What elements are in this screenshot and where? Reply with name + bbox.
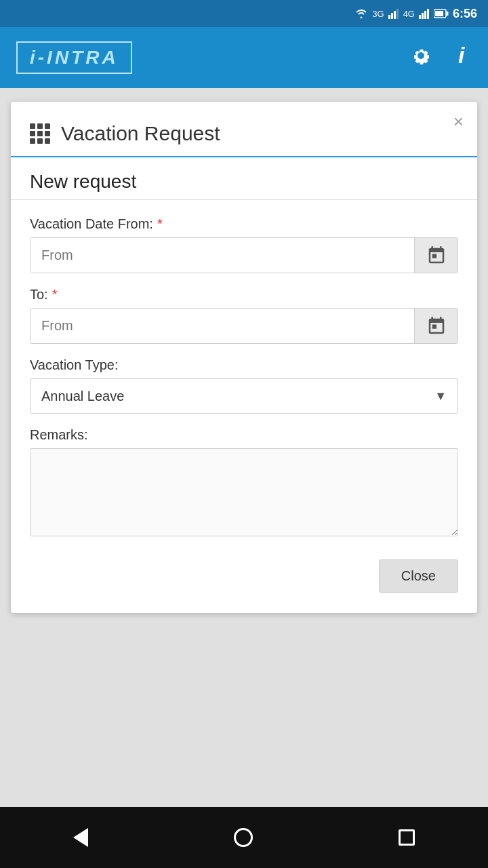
remarks-label: Remarks: <box>30 427 458 443</box>
date-to-input[interactable] <box>30 309 414 343</box>
svg-rect-0 <box>388 15 390 19</box>
svg-rect-2 <box>394 11 396 19</box>
vacation-type-group: Vacation Type: Annual Leave Sick Leave E… <box>30 357 458 414</box>
back-button[interactable] <box>73 828 88 847</box>
svg-rect-5 <box>422 13 424 19</box>
svg-rect-7 <box>427 9 429 19</box>
main-content: × Vacation Request New request Vacation … <box>0 88 488 807</box>
signal2-icon <box>419 8 430 19</box>
battery-icon <box>434 9 449 18</box>
remarks-textarea[interactable] <box>30 448 458 536</box>
info-icon[interactable]: i <box>451 44 472 72</box>
home-button[interactable] <box>234 828 253 847</box>
date-from-input-row <box>30 237 458 273</box>
recents-button[interactable] <box>399 829 415 846</box>
network1-label: 3G <box>372 9 384 19</box>
required-star-to: * <box>52 287 58 302</box>
app-bar: i-INTRA i <box>0 27 488 88</box>
network2-label: 4G <box>403 9 415 19</box>
settings-icon[interactable] <box>409 44 432 72</box>
date-from-calendar-button[interactable] <box>414 238 458 273</box>
date-from-input[interactable] <box>30 238 414 273</box>
date-to-label: To: * <box>30 287 458 302</box>
vacation-type-label: Vacation Type: <box>30 357 458 373</box>
wifi-icon <box>354 8 368 19</box>
svg-rect-4 <box>419 15 421 19</box>
date-to-group: To: * <box>30 287 458 344</box>
svg-rect-10 <box>435 11 443 16</box>
date-to-input-row <box>30 308 458 344</box>
card-header: Vacation Request <box>11 102 477 157</box>
remarks-group: Remarks: <box>30 427 458 536</box>
card-title: Vacation Request <box>61 122 220 145</box>
section-title: New request <box>11 157 477 200</box>
grid-icon <box>30 123 50 144</box>
dialog-card: × Vacation Request New request Vacation … <box>11 102 477 613</box>
calendar-from-icon <box>426 245 447 266</box>
svg-text:i: i <box>458 44 466 67</box>
vacation-type-wrapper: Annual Leave Sick Leave Emergency Leave … <box>30 378 458 414</box>
status-bar: 3G 4G 6:56 <box>0 0 488 27</box>
status-time: 6:56 <box>453 7 477 21</box>
date-from-label: Vacation Date From: * <box>30 216 458 232</box>
date-to-calendar-button[interactable] <box>414 309 458 343</box>
date-from-group: Vacation Date From: * <box>30 216 458 273</box>
close-icon[interactable]: × <box>453 113 464 130</box>
svg-rect-9 <box>446 12 448 16</box>
card-footer: Close <box>11 553 477 599</box>
app-logo: i-INTRA <box>16 41 132 74</box>
svg-rect-1 <box>391 13 393 19</box>
app-bar-actions: i <box>409 44 472 72</box>
vacation-type-select[interactable]: Annual Leave Sick Leave Emergency Leave … <box>30 379 458 413</box>
status-icons: 3G 4G 6:56 <box>354 7 477 21</box>
close-button[interactable]: Close <box>379 559 458 593</box>
nav-bar <box>0 807 488 868</box>
form-content: Vacation Date From: * To: * <box>11 200 477 553</box>
required-star-from: * <box>157 216 163 232</box>
svg-rect-3 <box>396 9 399 19</box>
calendar-to-icon <box>426 316 447 336</box>
svg-rect-6 <box>424 11 426 19</box>
signal1-icon <box>388 8 399 19</box>
